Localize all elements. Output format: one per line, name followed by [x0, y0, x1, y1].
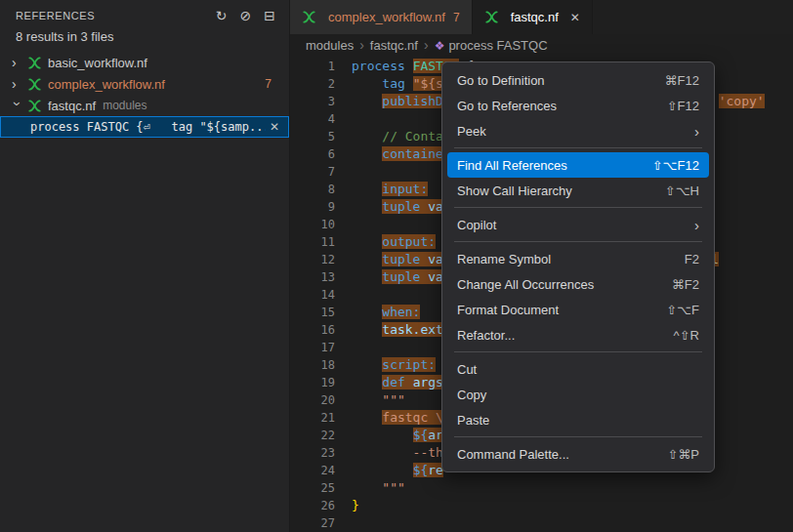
- nextflow-icon: [302, 10, 316, 24]
- nextflow-icon: [484, 10, 499, 24]
- line-number: 2: [290, 75, 335, 93]
- code-token: [352, 269, 382, 284]
- menu-item-label: Go to References: [457, 99, 640, 113]
- menu-item-paste[interactable]: Paste: [447, 407, 709, 432]
- code-line-content: tuple va: [352, 198, 443, 216]
- code-token: }: [352, 498, 359, 512]
- menu-item-cut[interactable]: Cut: [447, 356, 709, 382]
- breadcrumb-item-modules[interactable]: modules: [306, 38, 354, 53]
- code-token: [352, 305, 382, 319]
- file-path: modules: [103, 99, 146, 112]
- tab-fastqc-nf[interactable]: fastqc.nf✕: [473, 0, 593, 34]
- line-number: 16: [290, 321, 335, 339]
- code-token: --th: [352, 445, 443, 460]
- menu-item-copy[interactable]: Copy: [447, 382, 709, 407]
- menu-item-shortcut: F2: [685, 252, 699, 266]
- reference-match-text: process FASTQC {⏎ tag "${samp...: [30, 120, 266, 134]
- code-token: [352, 428, 413, 442]
- line-number: 1: [290, 58, 335, 75]
- code-line-content: tuple va: [352, 268, 443, 286]
- line-number: 25: [290, 479, 335, 497]
- references-tree: ›basic_workflow.nf›complex_workflow.nf7›…: [0, 52, 289, 138]
- code-token: when:: [382, 305, 420, 319]
- tab-complex-workflow-nf[interactable]: complex_workflow.nf7: [290, 0, 473, 34]
- line-number: 23: [290, 444, 335, 462]
- menu-item-label: Show Call Hierarchy: [457, 184, 638, 198]
- code-line-content: }: [352, 497, 359, 514]
- chevron-icon[interactable]: ›: [12, 56, 27, 69]
- menu-separator: [454, 436, 702, 437]
- code-token: [352, 146, 382, 161]
- line-number: 11: [290, 233, 335, 251]
- code-line-content: --th: [352, 444, 443, 462]
- menu-separator: [454, 207, 702, 208]
- code-token: ${: [413, 463, 429, 477]
- file-name: complex_workflow.nf: [48, 77, 165, 92]
- code-line-content: def args: [352, 374, 443, 391]
- nextflow-icon: [27, 99, 42, 113]
- code-token: fastqc \: [382, 410, 443, 425]
- tab-bar: complex_workflow.nf7fastqc.nf✕: [290, 0, 793, 34]
- menu-separator: [454, 147, 702, 148]
- code-token: """: [382, 392, 404, 407]
- chevron-icon[interactable]: ›: [11, 102, 24, 117]
- code-token: """: [382, 480, 404, 495]
- menu-item-copilot[interactable]: Copilot›: [447, 212, 709, 237]
- breadcrumb-item-process-fastqc[interactable]: ❖process FASTQC: [435, 38, 548, 53]
- breadcrumb: modules›fastqc.nf›❖process FASTQC: [290, 34, 793, 56]
- menu-item-show-call-hierarchy[interactable]: Show Call Hierarchy⇧⌥H: [447, 178, 709, 203]
- menu-item-shortcut: ⌘F12: [665, 73, 699, 88]
- line-number: 4: [290, 110, 335, 128]
- menu-item-change-all-occurrences[interactable]: Change All Occurrences⌘F2: [447, 271, 709, 297]
- menu-item-command-palette[interactable]: Command Palette...⇧⌘P: [447, 441, 709, 467]
- tab-label: complex_workflow.nf: [328, 10, 445, 24]
- menu-item-label: Change All Occurrences: [457, 277, 645, 292]
- tree-item-basic-workflow-nf[interactable]: ›basic_workflow.nf: [0, 52, 289, 73]
- tree-item-fastqc-nf[interactable]: ›fastqc.nfmodules: [0, 95, 289, 116]
- menu-item-shortcut: ^⇧R: [674, 328, 699, 343]
- breadcrumb-item-fastqc-nf[interactable]: fastqc.nf: [370, 38, 418, 53]
- breadcrumb-separator-icon: ›: [424, 37, 429, 53]
- menu-item-go-to-references[interactable]: Go to References⇧F12: [447, 93, 709, 118]
- line-number: 5: [290, 128, 335, 145]
- menu-item-go-to-definition[interactable]: Go to Definition⌘F12: [447, 67, 709, 93]
- menu-item-format-document[interactable]: Format Document⇧⌥F: [447, 297, 709, 322]
- chevron-icon[interactable]: ›: [12, 77, 27, 91]
- panel-toolbar: ↻⊘⊟: [216, 9, 275, 22]
- code-token: [352, 480, 382, 495]
- line-number: 3: [290, 93, 335, 110]
- code-line-content: input:: [352, 181, 428, 198]
- code-token: [352, 234, 382, 249]
- code-token: tuple: [382, 269, 428, 284]
- code-line-content: containe: [352, 145, 443, 163]
- code-token: [352, 76, 382, 91]
- collapse-all-icon[interactable]: ⊟: [264, 9, 275, 22]
- reference-match[interactable]: process FASTQC {⏎ tag "${samp...✕: [0, 116, 289, 138]
- code-token: [352, 199, 382, 214]
- close-icon[interactable]: ✕: [570, 11, 580, 24]
- panel-title: REFERENCES: [16, 10, 95, 21]
- line-number: 26: [290, 497, 335, 514]
- clear-results-icon[interactable]: ⊘: [240, 9, 252, 22]
- menu-item-rename-symbol[interactable]: Rename SymbolF2: [447, 246, 709, 271]
- code-line-content: """: [352, 479, 405, 497]
- menu-item-refactor[interactable]: Refactor...^⇧R: [447, 322, 709, 348]
- menu-item-shortcut: ⇧⌥H: [665, 184, 699, 198]
- code-line-content: tag "${s: [352, 75, 443, 93]
- tree-item-complex-workflow-nf[interactable]: ›complex_workflow.nf7: [0, 73, 289, 95]
- code-token: [352, 252, 382, 266]
- tab-label: fastqc.nf: [511, 10, 559, 24]
- code-token: [352, 375, 382, 389]
- menu-item-find-all-references[interactable]: Find All References⇧⌥F12: [447, 152, 709, 178]
- menu-item-peek[interactable]: Peek›: [447, 118, 709, 143]
- code-line-content: // Conta: [352, 128, 443, 145]
- line-number: 7: [290, 163, 335, 181]
- refresh-icon[interactable]: ↻: [216, 9, 228, 22]
- file-name: fastqc.nf: [48, 99, 96, 113]
- results-summary: 8 results in 3 files: [0, 27, 289, 52]
- code-token: tuple: [382, 199, 428, 214]
- breadcrumb-label: process FASTQC: [448, 38, 547, 53]
- code-line-content: """: [352, 391, 405, 409]
- line-number: 8: [290, 181, 335, 198]
- close-icon[interactable]: ✕: [270, 120, 279, 134]
